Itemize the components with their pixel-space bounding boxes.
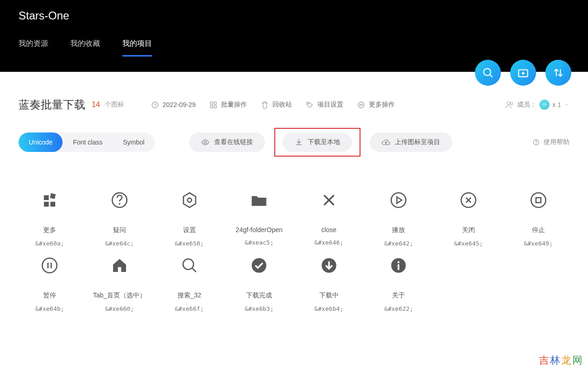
- download-icon: [295, 138, 303, 146]
- settings-icon: [178, 189, 201, 211]
- nav-tab-1[interactable]: 我的收藏: [70, 39, 100, 57]
- project-title: 蓝奏批量下载: [19, 97, 85, 112]
- svg-rect-29: [51, 202, 56, 207]
- new-folder-fab[interactable]: [510, 60, 536, 86]
- svg-point-0: [484, 69, 491, 76]
- svg-point-49: [252, 258, 266, 273]
- svg-point-15: [361, 104, 361, 105]
- icon-name: 设置: [183, 226, 196, 234]
- settings-label: 项目设置: [317, 101, 343, 109]
- nav-tab-2[interactable]: 我的项目: [122, 39, 152, 57]
- icon-item[interactable]: Tab_首页（选中）&#xe660;: [85, 254, 155, 312]
- icon-item[interactable]: 疑问&#xe64c;: [85, 189, 155, 247]
- icon-code: &#xe660;: [105, 305, 134, 312]
- info-icon: [387, 254, 410, 277]
- trash-icon: [261, 101, 269, 109]
- svg-rect-42: [536, 198, 541, 203]
- brand-name: Stars-One: [19, 9, 569, 22]
- icon-item[interactable]: 更多&#xe60a;: [15, 189, 85, 247]
- icon-name: 停止: [532, 226, 545, 234]
- icon-name: Tab_首页（选中）: [93, 291, 146, 300]
- help-icon: [532, 139, 540, 146]
- fab-row: [475, 60, 571, 86]
- icon-grid: 更多&#xe60a;疑问&#xe64c;设置&#xe650;24gf-folde…: [0, 157, 588, 326]
- seg-item-font-class[interactable]: Font class: [63, 132, 113, 152]
- icon-name: 关于: [392, 291, 405, 300]
- svg-point-17: [507, 101, 510, 105]
- icon-count: 14: [92, 101, 100, 109]
- upload-button[interactable]: 上传图标至项目: [370, 132, 452, 152]
- seg-item-unicode[interactable]: Unicode: [19, 132, 63, 152]
- icon-item[interactable]: 暂停&#xe64b;: [15, 254, 85, 312]
- more-icon: [357, 101, 365, 109]
- icon-count-label: 个图标: [105, 101, 124, 109]
- xcircle-icon: [457, 189, 480, 211]
- download-local-label: 下载至本地: [308, 138, 340, 146]
- icon-name: 24gf-folderOpen: [236, 226, 283, 233]
- stop-icon: [527, 189, 550, 211]
- svg-rect-10: [211, 105, 213, 107]
- svg-point-25: [536, 144, 536, 144]
- svg-marker-32: [183, 193, 195, 208]
- view-online-button[interactable]: 查看在线链接: [189, 132, 265, 152]
- view-online-label: 查看在线链接: [214, 138, 253, 146]
- svg-line-1: [490, 75, 492, 77]
- members[interactable]: 成员： x 1: [505, 100, 569, 110]
- svg-point-47: [183, 259, 194, 270]
- search-fab[interactable]: [475, 60, 501, 86]
- more-label: 更多操作: [369, 101, 395, 109]
- sort-fab[interactable]: [545, 60, 571, 86]
- play-icon: [387, 189, 410, 211]
- icon-code: &#xe646;: [315, 239, 344, 246]
- search-icon: [482, 67, 494, 79]
- icon-name: 下载完成: [246, 291, 272, 300]
- home-icon: [108, 254, 131, 277]
- icon-item[interactable]: 下载完成&#xe6b3;: [224, 254, 294, 312]
- icon-item[interactable]: 关闭&#xe645;: [434, 189, 504, 247]
- download-local-button[interactable]: 下载至本地: [283, 132, 352, 152]
- icon-item[interactable]: 设置&#xe650;: [154, 189, 224, 247]
- icon-item[interactable]: 24gf-folderOpen&#xeac5;: [224, 189, 294, 247]
- icon-item[interactable]: close&#xe646;: [294, 189, 364, 247]
- svg-point-22: [204, 141, 207, 144]
- recycle-bin[interactable]: 回收站: [261, 101, 292, 109]
- seg-item-symbol[interactable]: Symbol: [113, 132, 155, 152]
- more-ops[interactable]: 更多操作: [357, 101, 395, 109]
- icon-name: 更多: [43, 226, 56, 234]
- icon-item[interactable]: 下载中&#xe6b4;: [294, 254, 364, 312]
- svg-point-21: [545, 104, 546, 105]
- icon-name: 播放: [392, 226, 405, 234]
- upload-label: 上传图标至项目: [395, 138, 440, 146]
- icon-code: &#xe64c;: [105, 240, 134, 247]
- more-icon: [38, 189, 61, 211]
- svg-rect-9: [214, 102, 216, 104]
- svg-point-43: [43, 258, 57, 273]
- svg-rect-8: [211, 102, 213, 104]
- icon-item[interactable]: 停止&#xe649;: [503, 189, 573, 247]
- icon-name: 下载中: [319, 291, 339, 300]
- svg-point-41: [531, 193, 546, 208]
- search-icon: [178, 254, 201, 277]
- icon-name: 搜索_32: [177, 291, 201, 300]
- icon-name: close: [321, 226, 336, 233]
- nav-tab-0[interactable]: 我的资源: [19, 39, 48, 57]
- icon-item[interactable]: 关于&#xe622;: [364, 254, 434, 312]
- icon-item[interactable]: 播放&#xe642;: [364, 189, 434, 247]
- icon-code: &#xe64b;: [35, 305, 64, 312]
- svg-point-18: [511, 102, 513, 105]
- members-label: 成员：: [517, 101, 537, 109]
- download-icon: [318, 254, 340, 277]
- project-settings[interactable]: 项目设置: [306, 101, 343, 109]
- header: Stars-One 我的资源我的收藏我的项目: [0, 0, 588, 72]
- icon-name: 关闭: [462, 226, 475, 234]
- icon-code: &#xe649;: [524, 240, 553, 247]
- batch-label: 批量操作: [221, 101, 247, 109]
- help-link[interactable]: 使用帮助: [532, 138, 569, 146]
- icon-code: &#xeac5;: [245, 239, 274, 246]
- batch-ops[interactable]: 批量操作: [209, 101, 247, 109]
- icon-code: &#xe622;: [384, 305, 413, 312]
- icon-item[interactable]: 搜索_32&#xe66f;: [154, 254, 224, 312]
- members-count: x 1: [552, 101, 561, 108]
- date-text: 2022-09-29: [163, 101, 196, 108]
- icon-code: &#xe645;: [454, 240, 483, 247]
